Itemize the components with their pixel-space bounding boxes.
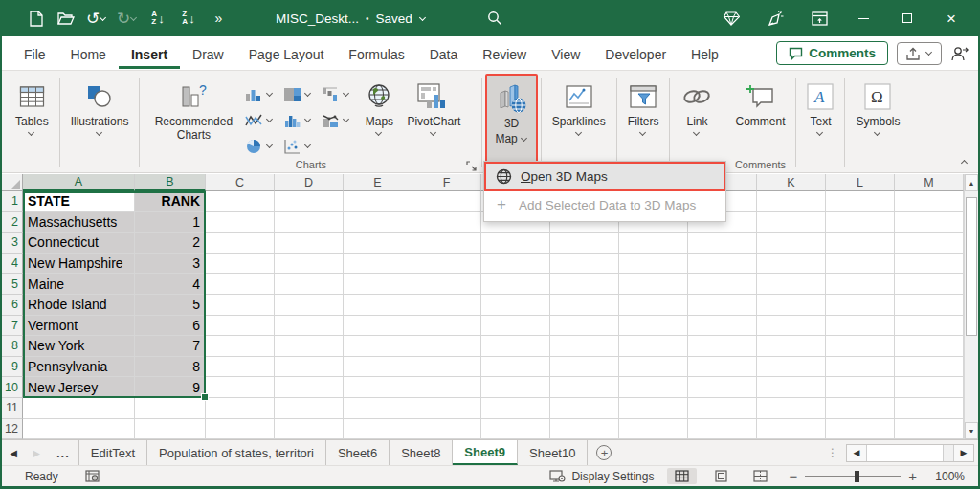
cell-F3[interactable] <box>412 233 481 254</box>
cell-L11[interactable] <box>826 398 895 419</box>
minimize-button[interactable] <box>844 2 882 34</box>
cell-J5[interactable] <box>688 274 757 295</box>
sheet-tab-population-of-states-territori[interactable]: Population of states, territori <box>147 440 326 465</box>
new-document-icon[interactable] <box>25 8 46 29</box>
cell-M4[interactable] <box>895 254 964 275</box>
cell-E4[interactable] <box>344 254 412 275</box>
scatter-bubble-chart-button[interactable] <box>281 133 320 159</box>
save-status[interactable]: Saved <box>376 11 412 26</box>
cell-G5[interactable] <box>481 274 550 295</box>
sheet-tab-sheet8[interactable]: Sheet8 <box>390 440 453 465</box>
cell-L8[interactable] <box>826 336 895 357</box>
tab-developer[interactable]: Developer <box>592 38 679 69</box>
scroll-down-button[interactable]: ▼ <box>965 422 978 439</box>
cell-D2[interactable] <box>275 212 344 233</box>
open-folder-icon[interactable] <box>56 8 77 29</box>
zoom-slider[interactable] <box>805 476 901 477</box>
sheet-nav-left-icon[interactable]: ◀ <box>2 440 25 465</box>
cell-K6[interactable] <box>757 295 826 316</box>
cell-H7[interactable] <box>550 316 619 337</box>
more-commands-icon[interactable]: » <box>209 8 230 29</box>
cell-C3[interactable] <box>206 233 275 254</box>
cell-K5[interactable] <box>757 274 826 295</box>
cell-D12[interactable] <box>275 419 344 440</box>
maps-button[interactable]: Maps <box>358 76 400 139</box>
row-header-3[interactable]: 3 <box>2 233 23 254</box>
cell-C9[interactable] <box>206 357 275 378</box>
cell-I8[interactable] <box>619 336 688 357</box>
cell-L1[interactable] <box>826 191 895 212</box>
cell-D8[interactable] <box>275 336 344 357</box>
row-header-6[interactable]: 6 <box>2 295 23 316</box>
ribbon-display-options-icon[interactable] <box>800 2 838 34</box>
symbols-button[interactable]: Ω Symbols <box>849 76 906 139</box>
cell-H6[interactable] <box>550 295 619 316</box>
cell-D11[interactable] <box>275 398 344 419</box>
tab-data[interactable]: Data <box>417 38 471 69</box>
tab-help[interactable]: Help <box>679 38 731 69</box>
row-header-10[interactable]: 10 <box>2 377 23 398</box>
pie-doughnut-chart-button[interactable] <box>243 133 281 159</box>
cell-L9[interactable] <box>826 357 895 378</box>
cell-C6[interactable] <box>206 295 275 316</box>
cell-B3[interactable]: 2 <box>135 233 206 254</box>
cell-M3[interactable] <box>895 233 964 254</box>
cell-B9[interactable]: 8 <box>135 357 206 378</box>
cell-G11[interactable] <box>481 398 550 419</box>
scroll-up-button[interactable]: ▲ <box>965 174 978 191</box>
cell-F1[interactable] <box>412 191 481 212</box>
cell-J6[interactable] <box>688 295 757 316</box>
cell-M9[interactable] <box>895 357 964 378</box>
cell-A5[interactable]: Maine <box>23 274 135 295</box>
cell-L4[interactable] <box>826 254 895 275</box>
macro-record-icon[interactable] <box>85 470 100 482</box>
sort-ascending-button[interactable]: AZ↓ <box>147 8 168 29</box>
row-header-8[interactable]: 8 <box>2 336 23 357</box>
cell-G9[interactable] <box>481 357 550 378</box>
cell-K11[interactable] <box>757 398 826 419</box>
cell-A8[interactable]: New York <box>23 336 135 357</box>
cell-K8[interactable] <box>757 336 826 357</box>
cell-B10[interactable]: 9 <box>135 377 206 398</box>
tab-draw[interactable]: Draw <box>180 38 236 69</box>
cell-G7[interactable] <box>481 316 550 337</box>
comment-button[interactable]: Comment <box>728 76 791 130</box>
cell-E8[interactable] <box>344 336 412 357</box>
display-settings-button[interactable]: Display Settings <box>549 470 654 483</box>
cell-J11[interactable] <box>688 398 757 419</box>
cell-J3[interactable] <box>688 233 757 254</box>
cell-E2[interactable] <box>344 212 412 233</box>
cell-J8[interactable] <box>688 336 757 357</box>
sheet-tab-sheet9[interactable]: Sheet9 <box>453 440 518 465</box>
cell-M8[interactable] <box>895 336 964 357</box>
cell-I4[interactable] <box>619 254 688 275</box>
cell-C12[interactable] <box>206 419 275 440</box>
cell-K1[interactable] <box>757 191 826 212</box>
cell-E11[interactable] <box>344 398 412 419</box>
column-header-F[interactable]: F <box>412 174 481 191</box>
cell-I11[interactable] <box>619 398 688 419</box>
cell-I7[interactable] <box>619 316 688 337</box>
cell-K9[interactable] <box>757 357 826 378</box>
illustrations-button[interactable]: Illustrations <box>64 76 136 139</box>
cell-A2[interactable]: Massachusetts <box>23 212 135 233</box>
text-button[interactable]: A Text <box>800 76 840 139</box>
cell-A7[interactable]: Vermont <box>23 316 135 337</box>
filters-button[interactable]: Filters <box>621 76 666 139</box>
row-header-12[interactable]: 12 <box>2 419 23 440</box>
page-layout-view-button[interactable] <box>706 468 736 484</box>
cell-F8[interactable] <box>412 336 481 357</box>
row-header-4[interactable]: 4 <box>2 254 23 275</box>
column-header-D[interactable]: D <box>275 174 344 191</box>
cell-I12[interactable] <box>619 419 688 440</box>
cell-F7[interactable] <box>412 316 481 337</box>
cell-K12[interactable] <box>757 419 826 440</box>
cell-H8[interactable] <box>550 336 619 357</box>
cell-B7[interactable]: 6 <box>135 316 206 337</box>
column-header-K[interactable]: K <box>757 174 826 191</box>
dialog-launcher-icon[interactable] <box>466 158 478 169</box>
cell-L7[interactable] <box>826 316 895 337</box>
scroll-right-button[interactable]: ▶ <box>953 445 973 461</box>
cell-F9[interactable] <box>412 357 481 378</box>
cell-K10[interactable] <box>757 377 826 398</box>
